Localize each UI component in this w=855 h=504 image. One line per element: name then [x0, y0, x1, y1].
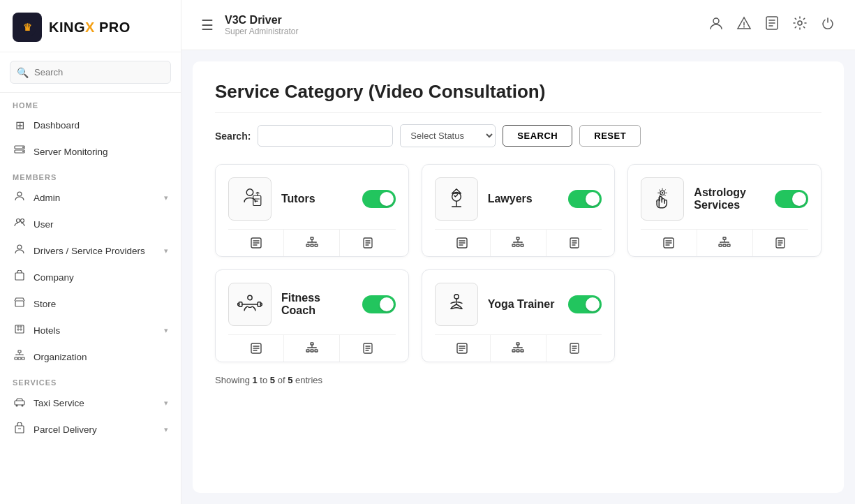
page-title: Service Category (Video Consultation): [215, 81, 821, 113]
sidebar-item-user[interactable]: User: [0, 211, 181, 237]
svg-point-27: [798, 21, 802, 25]
section-label-home: HOME: [0, 93, 181, 112]
svg-point-7: [17, 219, 20, 223]
svg-rect-57: [311, 343, 313, 345]
toggle-tutors[interactable]: [362, 190, 396, 208]
sidebar-item-company[interactable]: Company: [0, 264, 181, 290]
card-yoga-name: Yoga Trainer: [488, 298, 559, 311]
server-monitoring-icon: [13, 144, 27, 158]
card-tutors-hierarchy-btn[interactable]: [284, 230, 340, 256]
card-astrology-form-btn[interactable]: [753, 230, 808, 256]
svg-rect-29: [253, 195, 261, 205]
toggle-lawyers[interactable]: [568, 190, 602, 208]
card-yoga-hierarchy-btn[interactable]: [491, 335, 547, 362]
svg-rect-14: [20, 329, 22, 330]
power-icon[interactable]: [820, 15, 835, 34]
card-tutors: Tutors: [215, 164, 409, 257]
card-yoga-form-btn[interactable]: [547, 335, 602, 362]
svg-point-6: [17, 192, 22, 196]
alert-icon[interactable]: [736, 15, 752, 34]
svg-point-23: [22, 405, 24, 407]
filter-row: Search: Select Status Active Inactive SE…: [215, 124, 821, 147]
sidebar-item-organization[interactable]: Organization: [0, 343, 181, 370]
status-select[interactable]: Select Status Active Inactive: [400, 124, 496, 147]
sidebar-search-container: 🔍: [0, 52, 181, 93]
card-fitness-edit-btn[interactable]: [228, 335, 284, 362]
sidebar-item-admin[interactable]: Admin ▾: [0, 184, 181, 211]
svg-point-8: [21, 219, 24, 223]
topbar-subtitle: Super Administrator: [225, 27, 697, 36]
card-icon-lawyers: [435, 177, 478, 221]
sidebar-item-dashboard[interactable]: ⊞ Dashboard: [0, 112, 181, 138]
card-astrology-name: Astrology Services: [694, 186, 765, 212]
card-fitness-actions: [228, 335, 396, 362]
chevron-down-icon: ▾: [164, 246, 168, 255]
svg-rect-12: [15, 325, 24, 333]
card-fitness-form-btn[interactable]: [340, 335, 395, 362]
svg-rect-39: [512, 244, 515, 246]
card-tutors-edit-btn[interactable]: [228, 230, 284, 256]
svg-point-9: [17, 245, 22, 249]
sidebar-item-label: User: [34, 219, 54, 230]
sidebar-item-parcel-delivery[interactable]: Parcel Delivery ▾: [0, 416, 181, 443]
user-profile-icon[interactable]: [708, 15, 724, 34]
svg-rect-24: [15, 426, 24, 433]
cards-grid-row1: Tutors: [215, 164, 821, 257]
chevron-down-icon: ▾: [164, 425, 168, 434]
reset-button[interactable]: RESET: [579, 125, 641, 147]
search-button[interactable]: SEARCH: [503, 125, 572, 147]
search-label: Search:: [215, 131, 251, 142]
svg-point-25: [713, 18, 719, 24]
card-lawyers-form-btn[interactable]: [547, 230, 602, 256]
toggle-fitness[interactable]: [362, 295, 396, 313]
settings-icon[interactable]: [792, 15, 808, 34]
sidebar-item-hotels[interactable]: Hotels ▾: [0, 317, 181, 343]
taxi-icon: [13, 396, 27, 410]
toggle-yoga[interactable]: [568, 295, 602, 313]
pagination-info: Showing 1 to 5 of 5 entries: [215, 375, 821, 385]
svg-rect-21: [15, 401, 24, 405]
card-lawyers-edit-btn[interactable]: [435, 230, 491, 256]
card-lawyers-hierarchy-btn[interactable]: [491, 230, 547, 256]
sidebar-item-label: Organization: [34, 352, 87, 362]
card-astrology-edit-btn[interactable]: [641, 230, 697, 256]
toggle-astrology[interactable]: [775, 190, 808, 208]
sidebar-item-server-monitoring[interactable]: Server Monitoring: [0, 138, 181, 165]
sidebar-item-label: Parcel Delivery: [34, 424, 97, 435]
sidebar-item-label: Drivers / Service Providers: [34, 246, 145, 256]
sidebar-item-label: Server Monitoring: [34, 147, 108, 157]
svg-rect-17: [18, 350, 21, 353]
svg-rect-49: [727, 244, 730, 246]
card-tutors-actions: [228, 230, 396, 256]
svg-rect-48: [723, 244, 726, 246]
svg-point-55: [248, 295, 252, 299]
svg-text:♛: ♛: [23, 22, 32, 33]
svg-rect-15: [17, 326, 19, 327]
sidebar-item-label: Hotels: [34, 325, 60, 336]
card-yoga-edit-btn[interactable]: [435, 335, 491, 362]
notes-icon[interactable]: [764, 15, 780, 34]
section-label-services: SERVICES: [0, 370, 181, 390]
sidebar-item-store[interactable]: Store: [0, 290, 181, 317]
svg-rect-59: [311, 350, 313, 352]
sidebar-logo: ♛ KINGX PRO: [0, 0, 181, 52]
menu-icon[interactable]: ☰: [201, 17, 214, 34]
svg-point-22: [16, 405, 18, 407]
svg-rect-31: [311, 237, 313, 239]
chevron-down-icon: ▾: [164, 399, 168, 408]
sidebar-item-drivers-service-providers[interactable]: Drivers / Service Providers ▾: [0, 237, 181, 264]
logo-text: KINGX PRO: [49, 20, 131, 36]
card-astrology-services: Astrology Services: [627, 164, 821, 257]
topbar-title: V3C Driver Super Administrator: [225, 14, 697, 36]
card-fitness-hierarchy-btn[interactable]: [284, 335, 340, 362]
card-icon-yoga: [435, 283, 478, 326]
organization-icon: [13, 350, 27, 364]
sidebar-item-taxi-service[interactable]: Taxi Service ▾: [0, 390, 181, 416]
search-input[interactable]: [258, 125, 393, 147]
sidebar-search-input[interactable]: [10, 61, 171, 84]
card-tutors-name: Tutors: [281, 193, 352, 205]
chevron-down-icon: ▾: [164, 193, 168, 202]
svg-rect-60: [315, 350, 318, 352]
card-tutors-form-btn[interactable]: [340, 230, 395, 256]
card-astrology-hierarchy-btn[interactable]: [697, 230, 753, 256]
